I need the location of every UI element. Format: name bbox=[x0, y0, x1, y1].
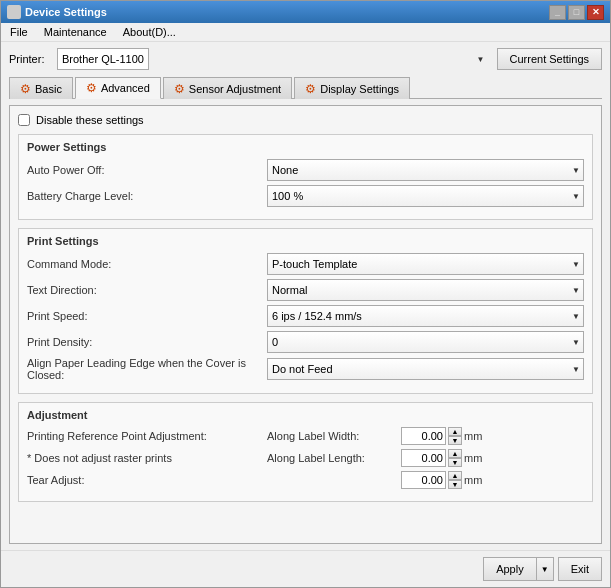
print-ref-width-unit: mm bbox=[464, 430, 482, 442]
text-direction-label: Text Direction: bbox=[27, 284, 267, 296]
command-mode-select[interactable]: P-touch Template bbox=[267, 253, 584, 275]
apply-button[interactable]: Apply bbox=[483, 557, 536, 581]
tear-adjust-up[interactable]: ▲ bbox=[448, 471, 462, 480]
minimize-button[interactable]: _ bbox=[549, 5, 566, 20]
print-ref-width-spinners: ▲ ▼ bbox=[448, 427, 462, 445]
text-direction-row: Text Direction: Normal bbox=[27, 279, 584, 301]
menu-maintenance[interactable]: Maintenance bbox=[41, 25, 110, 39]
print-ref-note: * Does not adjust raster prints bbox=[27, 452, 267, 464]
tear-adjust-row: Tear Adjust: ▲ ▼ mm bbox=[27, 471, 584, 489]
print-density-row: Print Density: 0 bbox=[27, 331, 584, 353]
tab-sensor-adj[interactable]: ⚙ Sensor Adjustment bbox=[163, 77, 292, 99]
enable-row: Disable these settings bbox=[18, 114, 593, 126]
print-settings-title: Print Settings bbox=[27, 235, 584, 247]
print-ref-length-down[interactable]: ▼ bbox=[448, 458, 462, 467]
print-ref-length-input[interactable] bbox=[401, 449, 446, 467]
tear-adjust-input-group: ▲ ▼ mm bbox=[401, 471, 482, 489]
advanced-panel: Disable these settings Power Settings Au… bbox=[9, 105, 602, 544]
tear-adjust-group: ▲ ▼ mm bbox=[267, 471, 584, 489]
print-ref-length-group: Along Label Length: ▲ ▼ mm bbox=[267, 449, 584, 467]
printer-label: Printer: bbox=[9, 53, 49, 65]
printer-select[interactable]: Brother QL-1100 bbox=[57, 48, 149, 70]
text-direction-select[interactable]: Normal bbox=[267, 279, 584, 301]
battery-charge-label: Battery Charge Level: bbox=[27, 190, 267, 202]
print-ref-width-up[interactable]: ▲ bbox=[448, 427, 462, 436]
tab-basic-label: Basic bbox=[35, 83, 62, 95]
text-direction-control: Normal bbox=[267, 279, 584, 301]
print-ref-row: Printing Reference Point Adjustment: Alo… bbox=[27, 427, 584, 445]
print-settings-group: Print Settings Command Mode: P-touch Tem… bbox=[18, 228, 593, 394]
align-paper-label: Align Paper Leading Edge when the Cover … bbox=[27, 357, 267, 381]
title-bar: Device Settings _ □ ✕ bbox=[1, 1, 610, 23]
auto-power-off-row: Auto Power Off: None bbox=[27, 159, 584, 181]
apply-split-button: Apply ▼ bbox=[483, 557, 554, 581]
tab-sensor-icon: ⚙ bbox=[174, 82, 185, 96]
battery-charge-select[interactable]: 100 % bbox=[267, 185, 584, 207]
main-window: Device Settings _ □ ✕ File Maintenance A… bbox=[0, 0, 611, 588]
print-ref-width-input[interactable] bbox=[401, 427, 446, 445]
command-mode-row: Command Mode: P-touch Template bbox=[27, 253, 584, 275]
print-ref-length-up[interactable]: ▲ bbox=[448, 449, 462, 458]
tab-display-label: Display Settings bbox=[320, 83, 399, 95]
current-settings-button[interactable]: Current Settings bbox=[497, 48, 602, 70]
bottom-bar: Apply ▼ Exit bbox=[1, 550, 610, 587]
power-settings-title: Power Settings bbox=[27, 141, 584, 153]
print-density-select[interactable]: 0 bbox=[267, 331, 584, 353]
close-button[interactable]: ✕ bbox=[587, 5, 604, 20]
print-speed-select[interactable]: 6 ips / 152.4 mm/s bbox=[267, 305, 584, 327]
tear-adjust-down[interactable]: ▼ bbox=[448, 480, 462, 489]
app-icon bbox=[7, 5, 21, 19]
tab-display[interactable]: ⚙ Display Settings bbox=[294, 77, 410, 99]
adjustment-title: Adjustment bbox=[27, 409, 584, 421]
print-ref-length-row: * Does not adjust raster prints Along La… bbox=[27, 449, 584, 467]
tab-advanced[interactable]: ⚙ Advanced bbox=[75, 77, 161, 99]
auto-power-off-select[interactable]: None bbox=[267, 159, 584, 181]
align-paper-select[interactable]: Do not Feed bbox=[267, 358, 584, 380]
exit-button[interactable]: Exit bbox=[558, 557, 602, 581]
align-paper-control: Do not Feed bbox=[267, 358, 584, 380]
print-ref-width-label: Along Label Width: bbox=[267, 430, 397, 442]
tabs: ⚙ Basic ⚙ Advanced ⚙ Sensor Adjustment ⚙… bbox=[9, 76, 602, 99]
print-ref-width-input-group: ▲ ▼ mm bbox=[401, 427, 482, 445]
title-bar-controls: _ □ ✕ bbox=[549, 5, 604, 20]
print-speed-label: Print Speed: bbox=[27, 310, 267, 322]
command-mode-label: Command Mode: bbox=[27, 258, 267, 270]
menu-file[interactable]: File bbox=[7, 25, 31, 39]
battery-charge-control: 100 % bbox=[267, 185, 584, 207]
tear-adjust-unit: mm bbox=[464, 474, 482, 486]
auto-power-off-control: None bbox=[267, 159, 584, 181]
print-speed-control: 6 ips / 152.4 mm/s bbox=[267, 305, 584, 327]
align-paper-row: Align Paper Leading Edge when the Cover … bbox=[27, 357, 584, 381]
tear-adjust-spinners: ▲ ▼ bbox=[448, 471, 462, 489]
printer-select-wrapper: Brother QL-1100 bbox=[57, 48, 489, 70]
tab-advanced-icon: ⚙ bbox=[86, 81, 97, 95]
battery-charge-row: Battery Charge Level: 100 % bbox=[27, 185, 584, 207]
print-ref-label: Printing Reference Point Adjustment: bbox=[27, 430, 267, 442]
disable-settings-label: Disable these settings bbox=[36, 114, 144, 126]
auto-power-off-label: Auto Power Off: bbox=[27, 164, 267, 176]
print-speed-row: Print Speed: 6 ips / 152.4 mm/s bbox=[27, 305, 584, 327]
tear-adjust-label: Tear Adjust: bbox=[27, 474, 267, 486]
printer-row: Printer: Brother QL-1100 Current Setting… bbox=[9, 48, 602, 70]
menu-about[interactable]: About(D)... bbox=[120, 25, 179, 39]
adjustment-group: Adjustment Printing Reference Point Adju… bbox=[18, 402, 593, 502]
print-ref-length-input-group: ▲ ▼ mm bbox=[401, 449, 482, 467]
tab-advanced-label: Advanced bbox=[101, 82, 150, 94]
print-ref-length-spinners: ▲ ▼ bbox=[448, 449, 462, 467]
print-ref-length-unit: mm bbox=[464, 452, 482, 464]
maximize-button[interactable]: □ bbox=[568, 5, 585, 20]
tab-basic-icon: ⚙ bbox=[20, 82, 31, 96]
disable-settings-checkbox[interactable] bbox=[18, 114, 30, 126]
print-ref-group: Along Label Width: ▲ ▼ mm bbox=[267, 427, 584, 445]
apply-dropdown-arrow[interactable]: ▼ bbox=[536, 557, 554, 581]
print-ref-width-down[interactable]: ▼ bbox=[448, 436, 462, 445]
tab-display-icon: ⚙ bbox=[305, 82, 316, 96]
tab-sensor-label: Sensor Adjustment bbox=[189, 83, 281, 95]
menu-bar: File Maintenance About(D)... bbox=[1, 23, 610, 42]
tear-adjust-input[interactable] bbox=[401, 471, 446, 489]
print-density-control: 0 bbox=[267, 331, 584, 353]
print-density-label: Print Density: bbox=[27, 336, 267, 348]
title-bar-text: Device Settings bbox=[7, 5, 107, 19]
print-ref-length-label: Along Label Length: bbox=[267, 452, 397, 464]
tab-basic[interactable]: ⚙ Basic bbox=[9, 77, 73, 99]
